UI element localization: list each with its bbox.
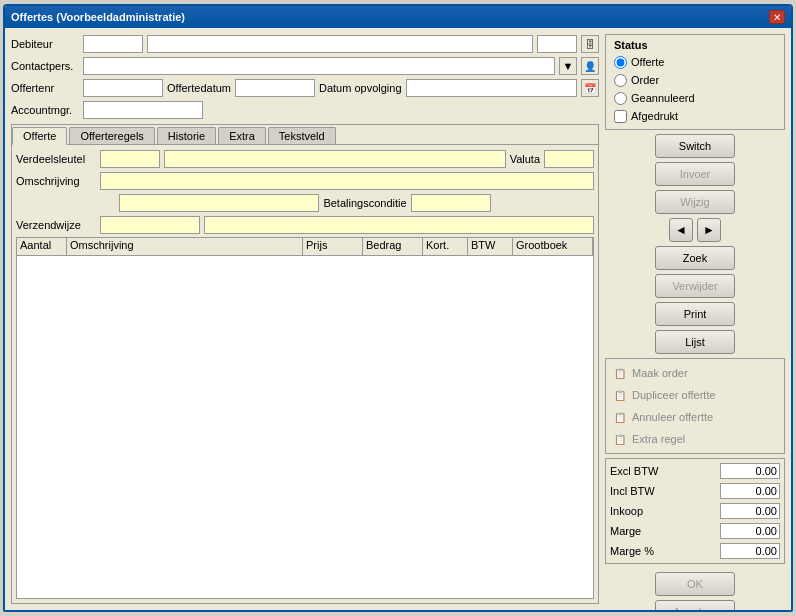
tab-historie[interactable]: Historie bbox=[157, 127, 216, 144]
print-button[interactable]: Print bbox=[655, 302, 735, 326]
btn-panel: Switch Invoer Wijzig ◄ ► Zoek Verwijder … bbox=[605, 134, 785, 354]
main-window: Offertes (Voorbeeldadministratie) ✕ Debi… bbox=[3, 4, 793, 612]
verwijder-button[interactable]: Verwijder bbox=[655, 274, 735, 298]
contactpers-row: Contactpers. ▼ 👤 bbox=[11, 56, 599, 76]
invoer-button[interactable]: Invoer bbox=[655, 162, 735, 186]
radio-geannuleerd-label: Geannuleerd bbox=[631, 92, 695, 104]
excl-btw-value: 0.00 bbox=[720, 463, 780, 479]
radio-geannuleerd-input[interactable] bbox=[614, 92, 627, 105]
omschrijving-row: Omschrijving bbox=[16, 171, 594, 191]
betalingsconditie-input1[interactable] bbox=[119, 194, 319, 212]
maak-order-label: Maak order bbox=[632, 367, 688, 379]
nav-prev-button[interactable]: ◄ bbox=[669, 218, 693, 242]
datumopvolging-label: Datum opvolging bbox=[319, 82, 402, 94]
checkbox-afgedrukt-label: Afgedrukt bbox=[631, 110, 678, 122]
col-header-btw: BTW bbox=[468, 238, 513, 255]
top-form: Debiteur 🗄 Contactpers. ▼ � bbox=[11, 34, 599, 120]
close-button[interactable]: ✕ bbox=[769, 10, 785, 24]
contactpers-input[interactable] bbox=[83, 57, 555, 75]
action-maak-order: 📋 Maak order bbox=[612, 363, 778, 383]
radio-offerte: Offerte bbox=[614, 53, 776, 71]
col-header-bedrag: Bedrag bbox=[363, 238, 423, 255]
offertedatum-label: Offertedatum bbox=[167, 82, 231, 94]
radio-offerte-label: Offerte bbox=[631, 56, 664, 68]
datumopvolging-input[interactable] bbox=[406, 79, 577, 97]
tab-extra[interactable]: Extra bbox=[218, 127, 266, 144]
annuleer-button[interactable]: Annuleer bbox=[655, 600, 735, 610]
contactpers-label: Contactpers. bbox=[11, 60, 79, 72]
verdeelsleutel-input[interactable] bbox=[100, 150, 160, 168]
actions-box: 📋 Maak order 📋 Dupliceer offertte 📋 Annu… bbox=[605, 358, 785, 454]
totals-inkoop: Inkoop 0.00 bbox=[610, 501, 780, 521]
marge-pct-value: 0.00 bbox=[720, 543, 780, 559]
valuta-label: Valuta bbox=[510, 153, 540, 165]
debiteur-input3[interactable] bbox=[537, 35, 577, 53]
radio-order-label: Order bbox=[631, 74, 659, 86]
verzendwijze-label: Verzendwijze bbox=[16, 219, 96, 231]
verzendwijze-row: Verzendwijze bbox=[16, 215, 594, 235]
dupliceer-icon: 📋 bbox=[612, 387, 628, 403]
tab-offerteregels[interactable]: Offerteregels bbox=[69, 127, 154, 144]
col-header-grootboek: Grootboek bbox=[513, 238, 593, 255]
maak-order-icon: 📋 bbox=[612, 365, 628, 381]
debiteur-icon-btn[interactable]: 🗄 bbox=[581, 35, 599, 53]
window-body: Debiteur 🗄 Contactpers. ▼ � bbox=[5, 28, 791, 610]
betalingsconditie-label: Betalingsconditie bbox=[323, 197, 406, 209]
nav-next-button[interactable]: ► bbox=[697, 218, 721, 242]
verzendwijze-input1[interactable] bbox=[100, 216, 200, 234]
tab-content: Verdeelsleutel Valuta Omschrijving bbox=[12, 145, 598, 603]
checkbox-afgedrukt-input[interactable] bbox=[614, 110, 627, 123]
debiteur-input1[interactable] bbox=[83, 35, 143, 53]
debiteur-input2[interactable] bbox=[147, 35, 533, 53]
accountmgr-row: Accountmgr. bbox=[11, 100, 599, 120]
inkoop-label: Inkoop bbox=[610, 505, 670, 517]
action-annuleer-offertte: 📋 Annuleer offertte bbox=[612, 407, 778, 427]
verdeelsleutel-label: Verdeelsleutel bbox=[16, 153, 96, 165]
database-icon: 🗄 bbox=[585, 39, 595, 50]
tab-offerte[interactable]: Offerte bbox=[12, 127, 67, 145]
omschrijving-input[interactable] bbox=[100, 172, 594, 190]
verdeelsleutel-input2[interactable] bbox=[164, 150, 506, 168]
offertenr-input[interactable] bbox=[83, 79, 163, 97]
totals-incl-btw: Incl BTW 0.00 bbox=[610, 481, 780, 501]
verzendwijze-input2[interactable] bbox=[204, 216, 594, 234]
debiteur-row: Debiteur 🗄 bbox=[11, 34, 599, 54]
betalingsconditie-row: Betalingsconditie bbox=[16, 193, 594, 213]
bottom-btn-panel: OK Annuleer bbox=[605, 572, 785, 610]
totals-marge: Marge 0.00 bbox=[610, 521, 780, 541]
totals-box: Excl BTW 0.00 Incl BTW 0.00 Inkoop 0.00 … bbox=[605, 458, 785, 564]
add-icon: 📋 bbox=[614, 434, 626, 445]
data-table: Aantal Omschrijving Prijs Bedrag bbox=[16, 237, 594, 599]
marge-pct-label: Marge % bbox=[610, 545, 670, 557]
table-body[interactable] bbox=[17, 256, 593, 598]
radio-order-input[interactable] bbox=[614, 74, 627, 87]
tab-tekstveld[interactable]: Tekstveld bbox=[268, 127, 336, 144]
person-icon: 👤 bbox=[584, 61, 596, 72]
calendar-icon-btn[interactable]: 📅 bbox=[581, 79, 599, 97]
switch-button[interactable]: Switch bbox=[655, 134, 735, 158]
order-icon: 📋 bbox=[614, 368, 626, 379]
marge-label: Marge bbox=[610, 525, 670, 537]
right-panel: Status Offerte Order Geannuleerd Afgedru… bbox=[605, 34, 785, 604]
calendar-icon: 📅 bbox=[584, 83, 596, 94]
betalingsconditie-input2[interactable] bbox=[411, 194, 491, 212]
omschrijving-label: Omschrijving bbox=[16, 175, 96, 187]
extra-regel-label: Extra regel bbox=[632, 433, 685, 445]
valuta-input[interactable] bbox=[544, 150, 594, 168]
accountmgr-input[interactable] bbox=[83, 101, 203, 119]
lijst-button[interactable]: Lijst bbox=[655, 330, 735, 354]
radio-offerte-input[interactable] bbox=[614, 56, 627, 69]
accountmgr-label: Accountmgr. bbox=[11, 104, 79, 116]
zoek-button[interactable]: Zoek bbox=[655, 246, 735, 270]
wijzig-button[interactable]: Wijzig bbox=[655, 190, 735, 214]
offertedatum-input[interactable] bbox=[235, 79, 315, 97]
inkoop-value: 0.00 bbox=[720, 503, 780, 519]
col-header-prijs: Prijs bbox=[303, 238, 363, 255]
status-title: Status bbox=[614, 39, 776, 51]
contactpers-icon-btn[interactable]: 👤 bbox=[581, 57, 599, 75]
debiteur-label: Debiteur bbox=[11, 38, 79, 50]
contactpers-dropdown[interactable]: ▼ bbox=[559, 57, 577, 75]
col-header-kort: Kort. bbox=[423, 238, 468, 255]
main-area: Debiteur 🗄 Contactpers. ▼ � bbox=[11, 34, 599, 604]
ok-button[interactable]: OK bbox=[655, 572, 735, 596]
